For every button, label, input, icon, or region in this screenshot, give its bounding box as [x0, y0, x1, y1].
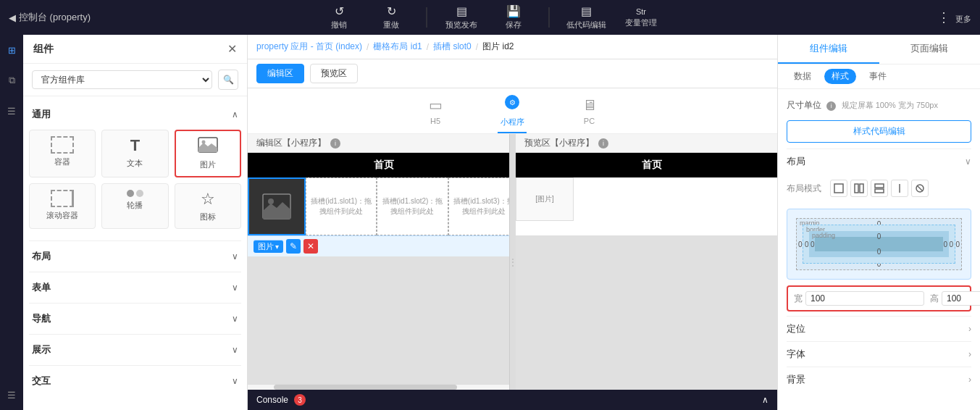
padding-left-value: 0	[811, 240, 815, 248]
save-label: 保存	[506, 20, 522, 30]
h5-device-icon: ▭	[429, 96, 443, 114]
canvas-slot-3[interactable]: 插槽(id1.slot3)：拖拽组件到此处	[448, 177, 509, 235]
canvas-image-placeholder[interactable]	[248, 177, 306, 235]
app-title: 控制台 (property)	[19, 11, 91, 24]
sub-tab-data[interactable]: 数据	[787, 69, 818, 84]
display-section-header[interactable]: 展示 ∨	[29, 338, 241, 362]
carousel-component[interactable]: 轮播	[101, 183, 168, 229]
breadcrumb-item-0[interactable]: property 应用 - 首页 (index)	[256, 41, 362, 53]
edit-area-button[interactable]: 编辑区	[256, 64, 304, 83]
action-bar: 编辑区 预览区	[248, 59, 777, 88]
tab-page-edit[interactable]: 页面编辑	[879, 35, 981, 64]
scroll-component[interactable]: 滚动容器	[29, 183, 96, 229]
svg-line-15	[917, 185, 923, 191]
width-item: 宽	[794, 291, 924, 306]
position-expand-arrow-icon: ›	[968, 324, 971, 334]
margin-left-value: 0	[798, 240, 803, 248]
layout-expand-row[interactable]: 布局 ∨	[787, 148, 971, 174]
layout-mode-1[interactable]	[850, 180, 868, 197]
tab-component-edit[interactable]: 组件编辑	[778, 35, 879, 64]
layout-mode-2[interactable]	[871, 180, 888, 197]
undo-label: 撤销	[331, 20, 347, 30]
box-model: margin 0 0 0 0 border 0 0 padding 0 0 0	[787, 209, 971, 280]
main-layout: ⊞ ⧉ ☰ ☰ 组件 ✕ 官方组件库 🔍 通用 ∧	[0, 35, 980, 410]
canvas-scrollbar-thumb[interactable]	[274, 385, 457, 390]
layout-mode-0[interactable]	[830, 180, 847, 197]
svg-point-7	[268, 198, 274, 204]
device-tab-miniprogram[interactable]: ⚙ 小程序	[501, 94, 524, 127]
font-expand-row[interactable]: 字体 ›	[787, 341, 971, 367]
form-section-header[interactable]: 表单 ∨	[29, 275, 241, 300]
save-button[interactable]: 💾 保存	[496, 4, 531, 30]
console-toggle-button[interactable]: ∧	[762, 395, 768, 405]
library-select[interactable]: 官方组件库	[32, 70, 212, 89]
edit-canvas-info-icon[interactable]: i	[330, 138, 340, 148]
svg-rect-12	[875, 189, 884, 193]
h5-label: H5	[430, 117, 440, 125]
icon-component[interactable]: ☆ 图标	[175, 183, 241, 229]
svg-rect-9	[855, 184, 858, 193]
preview-publish-button[interactable]: ▤ 预览发布	[444, 4, 479, 30]
console-bar: Console 3 ∧	[248, 390, 777, 410]
device-tabs-bar: ▭ H5 ⚙ 小程序 🖥 PC	[248, 88, 777, 134]
layout-modes	[830, 180, 929, 197]
preview-canvas-panel: 预览区【小程序】 i 首页 [图片]	[516, 134, 777, 390]
edit-canvas-content[interactable]: 首页	[248, 153, 509, 384]
container-component[interactable]: 容器	[29, 130, 96, 177]
preview-canvas-info-icon[interactable]: i	[598, 138, 608, 148]
redo-button[interactable]: ↻ 重做	[374, 4, 409, 30]
display-section-title: 展示	[32, 343, 51, 356]
breadcrumb: property 应用 - 首页 (index) / 栅格布局 id1 / 插槽…	[248, 35, 777, 59]
height-label: 高	[930, 293, 939, 305]
undo-button[interactable]: ↺ 撤销	[322, 4, 356, 30]
font-label: 字体	[787, 348, 805, 361]
vertical-icon-bar: ⊞ ⧉ ☰ ☰	[0, 35, 23, 410]
preview-area-button[interactable]: 预览区	[310, 64, 358, 83]
code-edit-button[interactable]: 样式代码编辑	[787, 120, 971, 143]
selected-component-tag: 图片 ▾	[254, 240, 283, 253]
preview-canvas-label-text: 预览区【小程序】	[524, 137, 594, 149]
device-tab-h5[interactable]: ▭ H5	[429, 96, 443, 125]
layout-mode-3[interactable]	[891, 180, 908, 197]
width-input[interactable]	[805, 291, 924, 306]
breadcrumb-item-1[interactable]: 栅格布局 id1	[373, 41, 422, 53]
position-expand-row[interactable]: 定位 ›	[787, 316, 971, 341]
text-component[interactable]: T 文本	[101, 130, 168, 177]
layers-nav-icon[interactable]: ⧉	[2, 71, 21, 90]
search-button[interactable]: 🔍	[218, 70, 238, 90]
placeholder-img-icon	[262, 193, 291, 219]
layout-section-header[interactable]: 布局 ∨	[29, 244, 241, 269]
font-expand-arrow-icon: ›	[968, 349, 971, 359]
nav-section-header[interactable]: 导航 ∨	[29, 306, 241, 331]
general-section-header[interactable]: 通用 ∧	[29, 102, 241, 127]
layout-expand-arrow-icon: ∨	[965, 156, 971, 167]
component-edit-button[interactable]: ✎	[286, 239, 301, 254]
more-button[interactable]: ⋮ 更多	[937, 9, 971, 25]
back-button[interactable]: ◀ 控制台 (property)	[9, 11, 91, 24]
background-expand-row[interactable]: 背景 ›	[787, 367, 971, 392]
canvas-horizontal-scrollbar[interactable]	[248, 384, 509, 390]
sub-tab-event[interactable]: 事件	[862, 69, 894, 84]
height-input[interactable]	[942, 291, 980, 306]
component-delete-button[interactable]: ✕	[303, 239, 318, 254]
lowcode-button[interactable]: ▤ 低代码编辑	[566, 4, 606, 30]
canvas-slot-1[interactable]: 插槽(id1.slot1)：拖拽组件到此处	[306, 177, 377, 235]
breadcrumb-item-2[interactable]: 插槽 slot0	[433, 41, 472, 53]
more-icon: ⋮	[937, 10, 950, 25]
home-nav-icon[interactable]: ⊞	[2, 41, 21, 59]
image-icon	[198, 137, 218, 156]
canvas-slot-2[interactable]: 插槽(id1.slot2)：拖拽组件到此处	[377, 177, 448, 235]
background-label: 背景	[787, 373, 805, 386]
slot-3-label: 插槽(id1.slot3)：拖拽组件到此处	[452, 196, 509, 217]
canvas-resizer[interactable]	[510, 134, 516, 390]
device-tab-pc[interactable]: 🖥 PC	[582, 97, 597, 125]
layout-mode-4[interactable]	[911, 180, 929, 197]
sidebar-close-button[interactable]: ✕	[227, 42, 237, 56]
image-component[interactable]: 图片	[175, 130, 241, 177]
variables-button[interactable]: Str 变量管理	[624, 7, 658, 28]
interact-section-header[interactable]: 交互 ∨	[29, 369, 241, 393]
page-nav-icon[interactable]: ☰	[2, 101, 21, 120]
sub-tab-style[interactable]: 样式	[824, 69, 856, 84]
settings-nav-icon[interactable]: ☰	[2, 385, 21, 404]
divider-interact	[29, 365, 241, 366]
